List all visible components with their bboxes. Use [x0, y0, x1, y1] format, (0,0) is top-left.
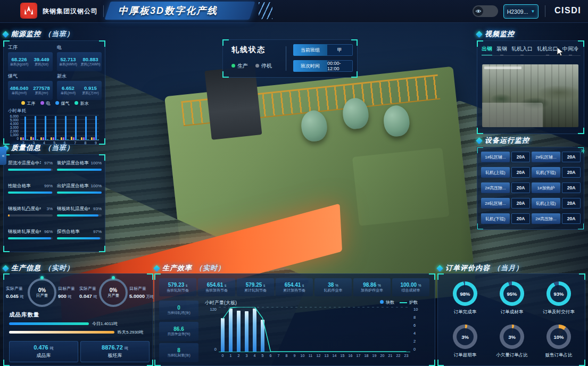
yellow-dot-icon	[21, 101, 25, 105]
quality-item: 层流冷温度命中率97%	[8, 160, 53, 179]
tab-mill-entry[interactable]: 轧机入口	[511, 45, 533, 53]
efficiency-panel: 生产效率（实时） 579.23 s当班轧制节奏 654.61 s当班加热节奏 5…	[154, 263, 435, 365]
company-name: 陕钢集团汉钢公司	[43, 7, 98, 16]
chevron-down-icon: ▼	[531, 9, 535, 14]
orders-title: 订单评价内容（当月）	[437, 263, 585, 273]
camera-feed[interactable]	[482, 64, 578, 127]
shift-select-dropdown[interactable]: H2309... ▼	[503, 4, 539, 19]
legend-item-pieces: 块数	[380, 300, 394, 305]
finished-stock-box: 0.476 吨 成品库	[9, 341, 78, 362]
day-output-gauge: 0%日产量	[28, 278, 56, 307]
quality-item: 钢板终轧厚度命中96%	[8, 229, 53, 248]
left-panel-collapse-handle[interactable]: «	[0, 147, 6, 165]
video-title: 视频监控	[477, 29, 584, 39]
efficiency-title: 生产效率（实时）	[154, 263, 435, 273]
side-stat-box: 0当班待轧坯(块)	[159, 301, 198, 320]
stat-box: 98.86 %加热炉作业率	[353, 278, 391, 296]
camera-tabs: 出钢 装钢 轧机入口 轧机出口 中间冷 电加热	[482, 45, 581, 56]
legend-item-stopped: 停机	[255, 62, 272, 70]
shift-time-chip[interactable]: 班次时间 00:00-12:00	[293, 60, 353, 72]
energy-legend: 工序 电 煤气 新水	[8, 101, 102, 106]
stat-box: 100.00 %综合成材率	[392, 278, 429, 296]
green-dot-icon	[231, 64, 235, 68]
mill-cylinder	[300, 109, 328, 143]
legend-item-producing: 生产	[231, 62, 248, 70]
hourly-chart-x-axis: 01234567891011121314151617181920212223	[219, 354, 410, 357]
diamond-icon	[476, 137, 483, 144]
current-crew-chip[interactable]: 当前班组 甲	[293, 44, 353, 56]
order-gauge: 10%贩售订单占比	[536, 325, 582, 359]
vertical-divider	[286, 46, 286, 71]
diamond-icon	[2, 265, 9, 272]
tab-intercooling[interactable]: 中间冷	[562, 45, 578, 53]
production-panel: 生产信息（实时） 实际产量0.045 吨 0%日产量 目标产量900 吨 实际产…	[3, 263, 153, 365]
stat-box: 38 %轧机作业率	[314, 278, 352, 296]
company-logo	[20, 3, 37, 19]
side-stat-box: 86.6日历作业率(%)	[159, 322, 198, 341]
quality-item: 钢板终轧温度命中93%	[57, 206, 102, 225]
legend-item-furnaces: 炉数	[400, 300, 418, 305]
cisdi-logo: CISDI	[554, 6, 581, 15]
month-output-group: 实际产量0.047 吨 0%月产量 目标产量5.0000 万吨	[79, 278, 152, 307]
order-gauge: 3%订单超期率	[442, 325, 488, 359]
energy-title: 能源监控（当班）	[3, 29, 105, 39]
stat-box: 579.23 s当班轧制节奏	[159, 278, 196, 296]
diamond-icon	[436, 265, 443, 272]
legend-item: 煤气	[55, 101, 70, 106]
day-output-group: 实际产量0.045 吨 0%日产量 目标产量900 吨	[6, 278, 78, 307]
purple-dot-icon	[40, 101, 44, 105]
tab-mill-exit[interactable]: 轧机出口	[537, 45, 558, 53]
banner-slashes	[259, 2, 272, 19]
hourly-chart-plot	[219, 307, 410, 352]
energy-chart	[20, 114, 99, 140]
equipment-row: 轧机(下辊)20A 2#高压除...20A	[481, 213, 581, 224]
mill-block	[352, 148, 450, 226]
blue-dot-icon	[380, 300, 384, 304]
line-status-title: 轧线状态	[231, 45, 266, 55]
equipment-row: 轧机(上辊)20A 轧机(下辊)20A	[481, 167, 581, 178]
hourly-chart-label: 小时产量(大板)	[205, 300, 237, 306]
diamond-icon	[153, 265, 160, 272]
visibility-toggle[interactable]	[473, 5, 498, 17]
equipment-row: 1#轧区辅...20A 2#轧区辅...20A	[481, 152, 581, 162]
quality-item: 探伤合格率97%	[57, 229, 102, 248]
slab-stock-box: 8876.72 吨 板坯库	[80, 341, 150, 362]
equipment-row: 2#高压除...20A 1#加热炉20A	[481, 182, 581, 193]
line-status-panel: 轧线状态 生产 停机 当前班组 甲 班次时间 00:00-12:00	[222, 39, 358, 77]
energy-group-water: 新水 6.652单耗(m³/t)0.915累耗(万m³)	[57, 73, 102, 100]
header-divider	[545, 5, 545, 17]
tab-charging[interactable]: 装钢	[496, 45, 507, 53]
legend-item: 电	[40, 101, 51, 106]
quality-item: 钢板终轧凸度命中3%	[8, 206, 53, 225]
legend-item: 工序	[21, 101, 36, 106]
quality-panel: 质量信息（当班） 层流冷温度命中率97% 装炉温度合格率100% 性能合格率99…	[3, 143, 105, 252]
shift-select-value: H2309...	[507, 9, 528, 15]
page-title: 中厚板3D数字化产线	[118, 4, 218, 17]
orders-panel: 订单评价内容（当月） 98%订单完成率 95%订单成材率 93%订单及时交付率 …	[437, 263, 585, 365]
legend-item: 新水	[74, 101, 89, 106]
order-gauge: 93%订单及时交付率	[536, 281, 582, 315]
energy-chart-y-axis: 6,0005,0004,0003,0002,0001,0000	[5, 114, 19, 140]
equipment-row: 2#轧区辅...20A 轧机(上辊)20A	[481, 198, 581, 209]
stat-box: 654.41 s累计加热节奏	[276, 278, 313, 296]
stock-bar-today: 今日1.4011吨	[9, 322, 118, 325]
quality-item: 出炉温度合格率100%	[57, 183, 102, 202]
order-gauge: 3%小欠量订单占比	[489, 325, 535, 359]
hourly-chart-y-left: 1200	[205, 307, 217, 352]
order-gauge: 98%订单完成率	[442, 281, 488, 315]
stock-title: 成品库数量	[9, 311, 40, 319]
line-status-legend: 生产 停机	[231, 62, 272, 70]
quality-item: 装炉温度合格率100%	[57, 160, 102, 179]
teal-dot-icon	[74, 101, 78, 105]
teal-line-icon	[400, 302, 407, 303]
blue-dot-icon	[55, 101, 59, 105]
tab-tapping[interactable]: 出钢	[482, 45, 492, 53]
diamond-icon	[476, 31, 483, 38]
video-panel: 视频监控 出钢 装钢 轧机入口 轧机出口 中间冷 电加热	[477, 29, 584, 133]
dashboard: 陕钢集团汉钢公司 中厚板3D数字化产线 H2309... ▼ CISDI 轧线状…	[0, 0, 588, 366]
stat-box: 579.25 s累计轧制节奏	[237, 278, 274, 296]
right-panel-collapse-handle[interactable]: »	[581, 147, 585, 154]
side-stat-box: 8当班轧制量(块)	[159, 343, 198, 362]
stat-box: 654.61 s当班加热节奏	[198, 278, 235, 296]
energy-group-gas: 煤气 486.040单耗(m³/t)277578累耗(m³)	[8, 73, 53, 100]
